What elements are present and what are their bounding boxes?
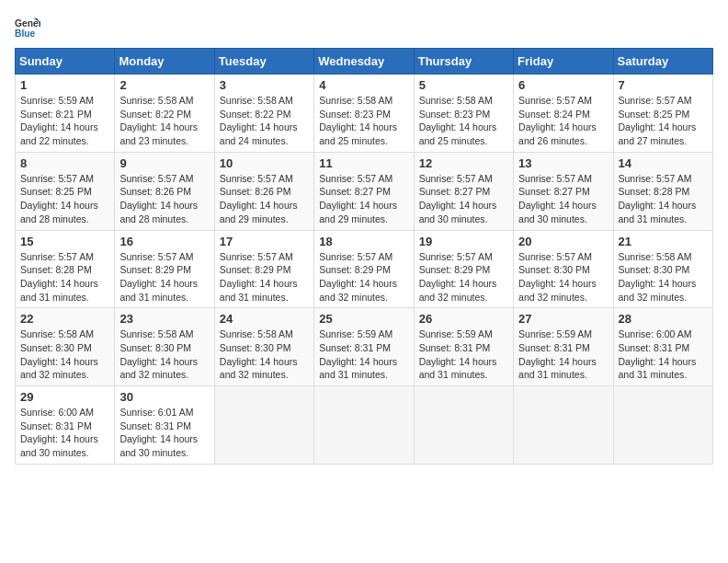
day-info: Sunrise: 5:59 AM Sunset: 8:31 PM Dayligh… (518, 327, 608, 382)
calendar-week-5: 29 Sunrise: 6:00 AM Sunset: 8:31 PM Dayl… (16, 386, 713, 465)
day-number: 14 (619, 156, 708, 170)
day-number: 2 (119, 78, 209, 92)
calendar-cell: 7 Sunrise: 5:57 AM Sunset: 8:25 PM Dayli… (613, 75, 712, 153)
daylight-label: Daylight: 14 hours (20, 121, 98, 132)
sunset-label: Sunset: 8:25 PM (20, 186, 92, 197)
daylight-minutes: and 25 minutes. (319, 135, 388, 146)
daylight-label: Daylight: 14 hours (518, 278, 597, 289)
calendar-cell: 22 Sunrise: 5:58 AM Sunset: 8:30 PM Dayl… (16, 308, 115, 386)
daylight-label: Daylight: 14 hours (619, 121, 697, 132)
sunset-label: Sunset: 8:26 PM (119, 186, 191, 197)
calendar-cell: 13 Sunrise: 5:57 AM Sunset: 8:27 PM Dayl… (514, 152, 613, 230)
calendar-cell: 21 Sunrise: 5:58 AM Sunset: 8:30 PM Dayl… (613, 230, 712, 308)
day-number: 8 (20, 156, 109, 170)
sunrise-label: Sunrise: 6:01 AM (119, 407, 193, 418)
day-number: 28 (619, 312, 708, 326)
daylight-minutes: and 31 minutes. (518, 369, 587, 380)
daylight-minutes: and 30 minutes. (20, 447, 89, 458)
calendar-cell: 10 Sunrise: 5:57 AM Sunset: 8:26 PM Dayl… (214, 152, 313, 230)
sunrise-label: Sunrise: 5:57 AM (20, 251, 94, 262)
day-number: 20 (518, 235, 608, 248)
calendar-cell: 6 Sunrise: 5:57 AM Sunset: 8:24 PM Dayli… (514, 75, 613, 153)
day-number: 29 (20, 390, 109, 404)
day-info: Sunrise: 6:00 AM Sunset: 8:31 PM Dayligh… (20, 406, 109, 460)
sunrise-label: Sunrise: 5:57 AM (119, 173, 193, 184)
day-number: 30 (119, 390, 209, 404)
sunrise-label: Sunrise: 5:57 AM (518, 251, 592, 262)
header-cell-tuesday: Tuesday (214, 49, 313, 75)
daylight-minutes: and 31 minutes. (20, 292, 89, 303)
calendar-cell: 30 Sunrise: 6:01 AM Sunset: 8:31 PM Dayl… (115, 386, 214, 465)
sunset-label: Sunset: 8:31 PM (119, 420, 191, 431)
day-number: 27 (518, 312, 608, 326)
daylight-label: Daylight: 14 hours (220, 200, 298, 211)
day-info: Sunrise: 5:57 AM Sunset: 8:28 PM Dayligh… (619, 172, 708, 226)
day-number: 24 (220, 312, 309, 326)
daylight-minutes: and 32 minutes. (319, 292, 388, 303)
calendar-cell: 4 Sunrise: 5:58 AM Sunset: 8:23 PM Dayli… (314, 75, 414, 153)
calendar-week-1: 1 Sunrise: 5:59 AM Sunset: 8:21 PM Dayli… (16, 75, 713, 153)
calendar-cell: 1 Sunrise: 5:59 AM Sunset: 8:21 PM Dayli… (16, 75, 115, 153)
daylight-minutes: and 24 minutes. (220, 135, 289, 146)
day-number: 16 (119, 235, 209, 248)
sunset-label: Sunset: 8:29 PM (119, 264, 191, 275)
sunrise-label: Sunrise: 5:57 AM (220, 251, 293, 262)
sunrise-label: Sunrise: 5:58 AM (220, 328, 293, 339)
sunrise-label: Sunrise: 5:57 AM (619, 173, 692, 184)
day-info: Sunrise: 5:58 AM Sunset: 8:30 PM Dayligh… (220, 327, 309, 382)
sunrise-label: Sunrise: 5:58 AM (220, 95, 293, 106)
calendar-cell: 18 Sunrise: 5:57 AM Sunset: 8:29 PM Dayl… (314, 230, 414, 308)
calendar-cell: 19 Sunrise: 5:57 AM Sunset: 8:29 PM Dayl… (414, 230, 513, 308)
sunrise-label: Sunrise: 5:58 AM (20, 328, 94, 339)
sunrise-label: Sunrise: 5:57 AM (319, 173, 392, 184)
sunset-label: Sunset: 8:31 PM (619, 342, 690, 353)
sunset-label: Sunset: 8:31 PM (419, 342, 491, 353)
day-number: 5 (419, 78, 508, 92)
day-info: Sunrise: 5:57 AM Sunset: 8:28 PM Dayligh… (20, 250, 109, 304)
sunset-label: Sunset: 8:30 PM (220, 342, 291, 353)
sunset-label: Sunset: 8:30 PM (20, 342, 92, 353)
day-info: Sunrise: 5:58 AM Sunset: 8:30 PM Dayligh… (20, 327, 109, 382)
daylight-minutes: and 26 minutes. (518, 135, 587, 146)
daylight-label: Daylight: 14 hours (119, 200, 198, 211)
sunrise-label: Sunrise: 5:58 AM (419, 95, 493, 106)
daylight-label: Daylight: 14 hours (518, 356, 597, 367)
calendar-cell: 15 Sunrise: 5:57 AM Sunset: 8:28 PM Dayl… (16, 230, 115, 308)
day-info: Sunrise: 5:58 AM Sunset: 8:30 PM Dayligh… (119, 327, 209, 382)
daylight-minutes: and 22 minutes. (20, 135, 89, 146)
sunrise-label: Sunrise: 5:57 AM (119, 251, 193, 262)
day-number: 13 (518, 156, 608, 170)
sunset-label: Sunset: 8:27 PM (419, 186, 491, 197)
calendar-cell (214, 386, 313, 465)
day-number: 26 (419, 312, 508, 326)
daylight-minutes: and 30 minutes. (119, 447, 188, 458)
calendar-cell: 16 Sunrise: 5:57 AM Sunset: 8:29 PM Dayl… (115, 230, 214, 308)
daylight-label: Daylight: 14 hours (419, 356, 497, 367)
calendar-cell: 3 Sunrise: 5:58 AM Sunset: 8:22 PM Dayli… (214, 75, 313, 153)
day-info: Sunrise: 5:58 AM Sunset: 8:30 PM Dayligh… (619, 250, 708, 304)
daylight-label: Daylight: 14 hours (20, 278, 98, 289)
sunset-label: Sunset: 8:30 PM (119, 342, 191, 353)
sunset-label: Sunset: 8:26 PM (220, 186, 291, 197)
day-number: 6 (518, 78, 608, 92)
day-number: 12 (419, 156, 508, 170)
sunrise-label: Sunrise: 5:58 AM (319, 95, 392, 106)
day-number: 7 (619, 78, 708, 92)
sunrise-label: Sunrise: 6:00 AM (619, 328, 692, 339)
sunset-label: Sunset: 8:25 PM (619, 109, 690, 120)
sunset-label: Sunset: 8:28 PM (20, 264, 92, 275)
daylight-label: Daylight: 14 hours (220, 121, 298, 132)
calendar-body: 1 Sunrise: 5:59 AM Sunset: 8:21 PM Dayli… (16, 75, 713, 465)
header: General Blue (15, 15, 713, 40)
daylight-label: Daylight: 14 hours (319, 200, 397, 211)
day-info: Sunrise: 5:57 AM Sunset: 8:29 PM Dayligh… (220, 250, 309, 304)
header-cell-sunday: Sunday (16, 49, 115, 75)
sunset-label: Sunset: 8:31 PM (319, 342, 391, 353)
daylight-minutes: and 23 minutes. (119, 135, 188, 146)
day-number: 4 (319, 78, 408, 92)
daylight-minutes: and 31 minutes. (220, 292, 289, 303)
day-number: 15 (20, 235, 109, 248)
daylight-label: Daylight: 14 hours (319, 356, 397, 367)
day-number: 10 (220, 156, 309, 170)
day-info: Sunrise: 5:59 AM Sunset: 8:21 PM Dayligh… (20, 94, 109, 148)
